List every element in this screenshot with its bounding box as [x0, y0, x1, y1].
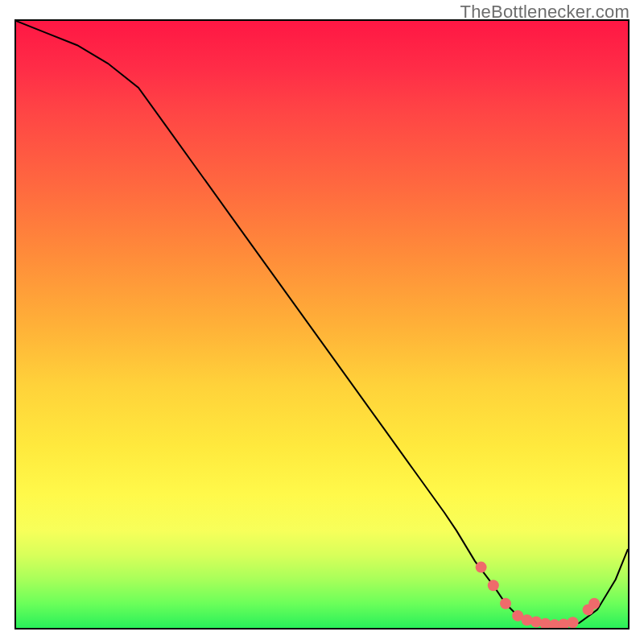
marker-dot	[588, 598, 600, 609]
marker-dot	[488, 580, 499, 591]
marker-dot	[500, 598, 511, 609]
main-curve	[16, 21, 628, 625]
plot-area	[14, 19, 630, 630]
marker-dot	[568, 617, 579, 628]
marker-dot	[476, 562, 487, 573]
marker-group	[476, 562, 601, 628]
chart-canvas: TheBottlenecker.com	[0, 0, 644, 644]
curve-layer	[16, 21, 628, 628]
